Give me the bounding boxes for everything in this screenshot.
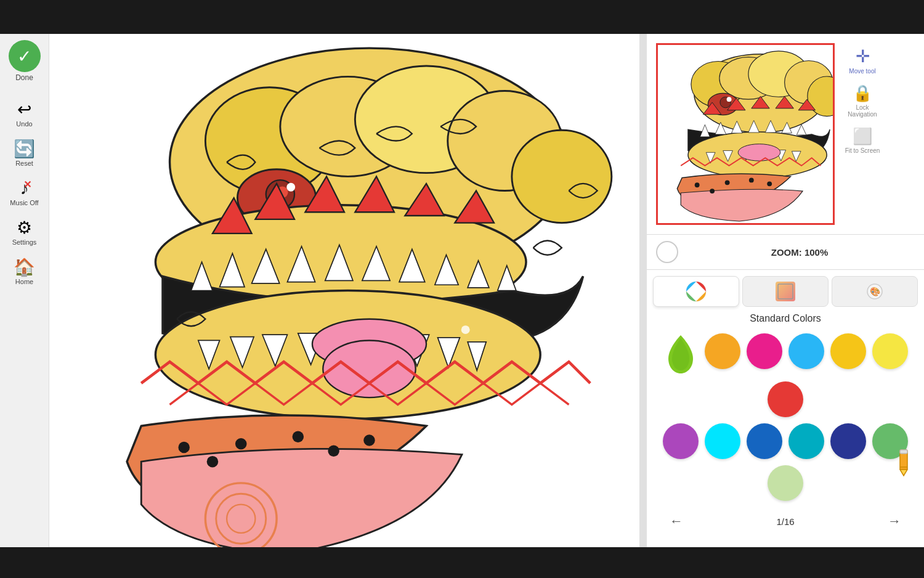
- home-label: Home: [15, 278, 33, 285]
- undo-button[interactable]: ↩ Undo: [4, 96, 46, 132]
- palette-section-title: Standard Colors: [653, 313, 918, 324]
- palette-cat-icon: 🎨: [865, 282, 885, 301]
- fit-screen-button[interactable]: ⬜ Fit to Screen: [841, 127, 884, 154]
- svg-point-45: [235, 438, 247, 450]
- svg-point-59: [727, 97, 732, 102]
- zoom-value: 100%: [804, 247, 828, 258]
- svg-point-47: [328, 446, 339, 457]
- music-label: Music Off: [10, 199, 38, 206]
- color-purple[interactable]: [663, 423, 699, 459]
- reset-button[interactable]: 🔄 Reset: [4, 136, 46, 172]
- home-button[interactable]: 🏠 Home: [4, 254, 46, 290]
- checkmark-icon: ✓: [17, 46, 31, 67]
- color-palette: 🎨 Standard Colors: [647, 270, 924, 547]
- color-wheel-icon: [685, 280, 707, 303]
- pagination-prev[interactable]: ←: [665, 510, 687, 532]
- svg-rect-93: [900, 450, 907, 454]
- color-light-yellow[interactable]: [872, 333, 908, 369]
- color-sky-blue[interactable]: [788, 333, 824, 369]
- svg-point-79: [738, 144, 780, 161]
- preview-image: [656, 43, 835, 225]
- bottom-bar: [0, 547, 924, 578]
- zoom-circle: [656, 241, 678, 263]
- fit-screen-icon: ⬜: [853, 127, 872, 146]
- palette-tab-colors[interactable]: [653, 276, 739, 307]
- coloring-canvas[interactable]: [49, 34, 639, 547]
- color-light-green[interactable]: [768, 465, 803, 501]
- color-teal[interactable]: [788, 423, 824, 459]
- svg-text:🎨: 🎨: [870, 287, 881, 297]
- move-tool-icon: ✛: [856, 46, 870, 67]
- reset-label: Reset: [15, 160, 33, 167]
- svg-point-39: [323, 340, 415, 397]
- pagination-display: 1/16: [776, 516, 794, 527]
- move-tool-button[interactable]: ✛ Move tool: [841, 46, 884, 75]
- svg-point-6: [512, 130, 612, 222]
- top-bar: [0, 0, 924, 34]
- left-sidebar: ✓ Done ↩ Undo 🔄 Reset ♪✕ Music Off ⚙ Set…: [0, 34, 49, 547]
- svg-point-83: [749, 178, 754, 183]
- pencil-tool-button[interactable]: [893, 447, 915, 479]
- color-hot-pink[interactable]: [747, 333, 782, 369]
- done-button[interactable]: ✓: [9, 40, 41, 72]
- fit-screen-label: Fit to Screen: [845, 147, 880, 154]
- undo-label: Undo: [16, 120, 32, 128]
- music-button[interactable]: ♪✕ Music Off: [4, 175, 46, 211]
- svg-point-80: [695, 182, 700, 187]
- pagination-next[interactable]: →: [883, 510, 906, 532]
- svg-point-49: [461, 325, 470, 334]
- main-area: ✓ Done ↩ Undo 🔄 Reset ♪✕ Music Off ⚙ Set…: [0, 34, 924, 547]
- palette-tabs: 🎨: [653, 276, 918, 307]
- lock-navigation-button[interactable]: 🔒 Lock Navigation: [841, 84, 884, 118]
- color-row-2: [653, 423, 918, 501]
- panel-divider: [639, 34, 647, 547]
- right-tools: ✛ Move tool 🔒 Lock Navigation ⬜ Fit to S…: [841, 43, 884, 154]
- svg-point-86: [691, 287, 701, 296]
- color-cyan[interactable]: [705, 423, 740, 459]
- zoom-display: ZOOM: 100%: [684, 247, 915, 258]
- music-icon: ♪✕: [20, 180, 29, 197]
- svg-point-81: [710, 189, 715, 193]
- color-orange[interactable]: [705, 333, 740, 369]
- settings-label: Settings: [12, 238, 37, 246]
- svg-point-48: [363, 434, 375, 446]
- svg-point-84: [767, 181, 772, 186]
- svg-point-44: [207, 456, 219, 468]
- done-label: Done: [15, 73, 33, 82]
- right-panel: ✛ Move tool 🔒 Lock Navigation ⬜ Fit to S…: [647, 34, 924, 547]
- lock-navigation-label: Lock Navigation: [841, 104, 884, 118]
- home-icon: 🏠: [14, 259, 35, 276]
- palette-tab-favorites[interactable]: 🎨: [832, 276, 918, 307]
- preview-area: ✛ Move tool 🔒 Lock Navigation ⬜ Fit to S…: [647, 34, 924, 235]
- canvas-area[interactable]: [49, 34, 639, 547]
- color-golden-yellow[interactable]: [830, 333, 866, 369]
- color-blue[interactable]: [747, 423, 782, 459]
- color-red[interactable]: [768, 381, 803, 417]
- gradient-icon: [776, 282, 795, 301]
- palette-pagination: ← 1/16 →: [653, 507, 918, 535]
- svg-marker-92: [900, 470, 907, 476]
- lock-icon: 🔒: [853, 84, 872, 103]
- color-navy[interactable]: [830, 423, 866, 459]
- color-green-drip[interactable]: [663, 333, 699, 375]
- reset-icon: 🔄: [14, 140, 35, 158]
- move-tool-label: Move tool: [849, 68, 875, 75]
- svg-point-46: [293, 431, 304, 442]
- undo-icon: ↩: [17, 101, 31, 118]
- zoom-label: ZOOM:: [771, 247, 804, 258]
- svg-point-10: [286, 183, 295, 192]
- zoom-area: ZOOM: 100%: [647, 235, 924, 270]
- pencil-icon: [893, 447, 915, 477]
- color-row-1: [653, 333, 918, 417]
- svg-point-43: [178, 442, 190, 454]
- svg-point-82: [725, 180, 730, 185]
- settings-button[interactable]: ⚙ Settings: [4, 214, 46, 251]
- palette-tab-custom[interactable]: [742, 276, 829, 307]
- settings-icon: ⚙: [17, 219, 32, 237]
